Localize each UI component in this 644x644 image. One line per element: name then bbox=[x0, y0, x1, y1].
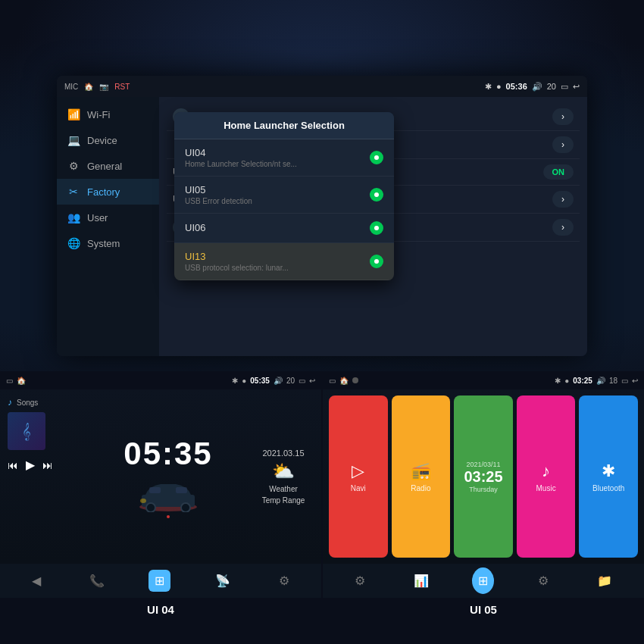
ui05-panel: ▭ 🏠 ✱ ● 03:25 🔊 18 ▭ ↩ ▷ Navi bbox=[323, 371, 644, 621]
navi-tile[interactable]: ▷ Navi bbox=[329, 395, 388, 558]
ui04-status-right: ✱ ● 05:35 🔊 20 ▭ ↩ bbox=[232, 377, 315, 385]
ui04-name: UI04 bbox=[185, 147, 297, 158]
music-tile[interactable]: ♪ Music bbox=[517, 395, 576, 558]
ui04-status-bar: ▭ 🏠 ✱ ● 05:35 🔊 20 ▭ ↩ bbox=[0, 371, 321, 389]
sidebar-general-label: General bbox=[87, 161, 122, 172]
ui05-bat-icon: ▭ bbox=[621, 377, 628, 385]
ui04-label: UI 04 bbox=[147, 603, 174, 616]
ui05-vol-icon: 🔊 bbox=[596, 377, 605, 385]
ui05-sub: USB Error detection bbox=[185, 197, 252, 205]
svg-rect-5 bbox=[149, 487, 161, 493]
ui05-time: 03:25 bbox=[573, 377, 592, 385]
album-icon: 𝄞 bbox=[22, 423, 31, 440]
svg-point-3 bbox=[181, 503, 190, 512]
ui05-folder-icon[interactable]: 📁 bbox=[592, 569, 617, 592]
ui05-dot bbox=[352, 377, 358, 383]
ui05-label: UI 05 bbox=[470, 603, 497, 616]
prev-button[interactable]: ⏮ bbox=[8, 459, 18, 471]
ui05-nav-bar: ⚙ 📊 ⊞ ⚙ 📁 bbox=[323, 564, 644, 598]
ui05-back: ↩ bbox=[632, 377, 638, 385]
ui05-grid-icon[interactable]: ⊞ bbox=[472, 567, 494, 594]
bluetooth-tile[interactable]: ✱ Bluetooth bbox=[579, 395, 638, 558]
ui04-music-label: ♪ Songs bbox=[8, 397, 83, 408]
sidebar-item-user[interactable]: 👥 User bbox=[57, 205, 159, 230]
clock-day: Thursday bbox=[469, 486, 498, 493]
ui04-panel: ▭ 🏠 ✱ ● 05:35 🔊 20 ▭ ↩ ♪ Songs 𝄞 bbox=[0, 371, 323, 621]
ui04-nav-bar: ◀ 📞 ⊞ 📡 ⚙ bbox=[0, 564, 321, 598]
ui06-radio bbox=[370, 221, 383, 235]
ui04-battery-icon: ▭ bbox=[6, 377, 13, 385]
ui04-back: ↩ bbox=[309, 377, 315, 385]
sidebar-item-factory[interactable]: ✂ Factory bbox=[57, 179, 159, 205]
ui05-home-icon: 🏠 bbox=[339, 377, 349, 385]
ui04-content: ♪ Songs 𝄞 ⏮ ▶ ⏭ 05:35 bbox=[0, 389, 321, 564]
ui13-radio bbox=[370, 255, 383, 268]
device-icon: 💻 bbox=[66, 134, 81, 146]
ui04-date: 2021.03.15 bbox=[262, 449, 304, 458]
svg-point-2 bbox=[146, 503, 155, 512]
dropdown-item-ui06[interactable]: UI06 bbox=[174, 214, 394, 243]
weather-icon: ⛅ bbox=[272, 461, 295, 482]
main-screen: MIC 🏠 📷 RST ✱ ● 05:36 🔊 20 ▭ ↩ 📶 Wi-Fi 💻… bbox=[57, 76, 587, 356]
volume-level: 20 bbox=[547, 82, 556, 91]
sidebar-wifi-label: Wi-Fi bbox=[87, 109, 110, 120]
player-controls: ⏮ ▶ ⏭ bbox=[8, 455, 83, 475]
sidebar-system-label: System bbox=[87, 238, 120, 249]
nav-settings-icon[interactable]: ⚙ bbox=[274, 569, 294, 592]
ui05-battery-icon: ▭ bbox=[329, 377, 336, 385]
status-time: 05:36 bbox=[506, 82, 527, 91]
ui04-bat-icon: ▭ bbox=[299, 377, 305, 385]
status-right: ✱ ● 05:36 🔊 20 ▭ ↩ bbox=[485, 82, 580, 92]
usb-protocol-chevron[interactable]: › bbox=[552, 191, 574, 208]
clock-date: 2021/03/11 bbox=[466, 461, 500, 468]
wifi-icon: 📶 bbox=[66, 108, 81, 120]
sidebar-item-general[interactable]: ⚙ General bbox=[57, 153, 159, 179]
sidebar-user-label: User bbox=[87, 212, 108, 224]
nav-phone-icon[interactable]: 📞 bbox=[85, 569, 109, 592]
ui05-vol-level: 18 bbox=[609, 377, 617, 385]
volume-icon: 🔊 bbox=[532, 82, 542, 92]
ui05-gear-icon[interactable]: ⚙ bbox=[533, 569, 553, 592]
nav-arrow-icon[interactable]: ◀ bbox=[27, 569, 45, 592]
temp-range-label: Temp Range bbox=[262, 496, 305, 505]
radio-icon: 📻 bbox=[411, 461, 431, 481]
ui05-radio bbox=[370, 188, 383, 202]
clock-time: 03:25 bbox=[464, 468, 502, 486]
ui04-right-panel: 2021.03.15 ⛅ Weather Temp Range bbox=[245, 389, 321, 564]
row2-chevron[interactable]: › bbox=[552, 136, 574, 153]
songs-label: Songs bbox=[17, 399, 38, 407]
next-button[interactable]: ⏭ bbox=[42, 459, 53, 471]
play-button[interactable]: ▶ bbox=[26, 458, 35, 472]
sidebar-item-wifi[interactable]: 📶 Wi-Fi bbox=[57, 102, 159, 127]
main-settings-area: ⚙ MCU upgrade › › USB Error detection ON bbox=[159, 97, 587, 356]
ui05-settings-icon[interactable]: ⚙ bbox=[350, 569, 370, 592]
export-chevron[interactable]: › bbox=[552, 219, 574, 236]
ui13-item-left: UI13 USB protocol selection: lunar... bbox=[185, 251, 289, 272]
sidebar-item-device[interactable]: 💻 Device bbox=[57, 127, 159, 153]
sidebar-item-system[interactable]: 🌐 System bbox=[57, 230, 159, 256]
dropdown-item-ui05[interactable]: UI05 USB Error detection bbox=[174, 177, 394, 214]
ui05-wifi-icon: ● bbox=[564, 377, 569, 385]
radio-tile[interactable]: 📻 Radio bbox=[392, 395, 451, 558]
general-icon: ⚙ bbox=[66, 160, 81, 172]
sidebar-device-label: Device bbox=[87, 135, 117, 146]
ui13-sub: USB protocol selection: lunar... bbox=[185, 264, 289, 272]
wifi-status-icon: ● bbox=[496, 82, 502, 91]
clock-tile[interactable]: 2021/03/11 03:25 Thursday bbox=[454, 395, 513, 558]
nav-grid-icon[interactable]: ⊞ bbox=[148, 570, 170, 592]
dropdown-item-ui04[interactable]: UI04 Home Launcher Selection/nt se... bbox=[174, 139, 394, 177]
ui04-vol-level: 20 bbox=[286, 377, 295, 385]
bottom-panels: ▭ 🏠 ✱ ● 05:35 🔊 20 ▭ ↩ ♪ Songs 𝄞 bbox=[0, 371, 644, 621]
home-launcher-dropdown: Home Launcher Selection UI04 Home Launch… bbox=[174, 112, 394, 280]
car-silhouette bbox=[134, 478, 202, 512]
ui05-chart-icon[interactable]: 📊 bbox=[409, 569, 433, 592]
battery-icon: ▭ bbox=[561, 82, 568, 92]
dropdown-item-ui13[interactable]: UI13 USB protocol selection: lunar... bbox=[174, 243, 394, 280]
factory-icon: ✂ bbox=[66, 186, 81, 198]
mcu-chevron[interactable]: › bbox=[552, 108, 574, 125]
nav-signal-icon[interactable]: 📡 bbox=[211, 569, 235, 592]
ui04-radio bbox=[370, 151, 383, 164]
ui05-content: ▷ Navi 📻 Radio 2021/03/11 03:25 Thursday… bbox=[323, 389, 644, 564]
ui04-time: 05:35 bbox=[250, 377, 270, 385]
home-icon: 🏠 bbox=[84, 83, 93, 91]
